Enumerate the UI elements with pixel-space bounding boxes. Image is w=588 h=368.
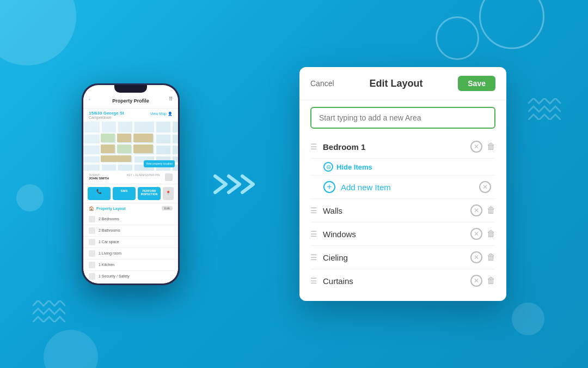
phone-notch <box>114 85 147 93</box>
deco-circle-6 <box>16 184 44 212</box>
list-item: 1 Kitchen <box>83 260 178 271</box>
list-item-text: 2 Bathrooms <box>99 228 120 232</box>
deco-circle-1 <box>0 0 76 65</box>
item-name: Windows <box>323 230 470 239</box>
bedroom-1-row: ☰ Bedroom 1 ✕ 🗑 <box>310 135 495 159</box>
remove-windows-button[interactable]: ✕ <box>470 228 482 240</box>
edit-badge[interactable]: Edit <box>162 206 173 210</box>
key-label: KEY + ALARM ENTER PIN <box>127 173 165 177</box>
inspect-button[interactable]: PERFORM INSPECTION <box>138 187 161 200</box>
list-item-text: 1 Security / Safety <box>99 274 130 278</box>
phone-actions: 📞 SMS PERFORM INSPECTION 📍 <box>83 184 178 203</box>
remove-bedroom-button[interactable]: ✕ <box>470 141 482 153</box>
items-list: ☰ Walls ✕ 🗑 ☰ Windows ✕ 🗑 ☰ Cieling ✕ 🗑 <box>310 199 495 292</box>
phone-suburb: Camperdown <box>89 116 124 119</box>
view-map-label[interactable]: View Map <box>150 112 167 116</box>
drag-handle-icon[interactable]: ☰ <box>310 253 317 262</box>
phone-back-button[interactable]: ‹ <box>89 97 90 102</box>
list-item: 1 Living room <box>83 248 178 260</box>
item-name: Cieling <box>323 253 470 262</box>
drag-handle-icon[interactable]: ☰ <box>310 276 317 285</box>
sms-button[interactable]: SMS <box>113 187 136 200</box>
remove-walls-button[interactable]: ✕ <box>470 204 482 216</box>
zigzag-right <box>528 98 561 122</box>
tenant-name: JOHN SMITH <box>89 177 127 180</box>
zigzag-left <box>33 300 65 324</box>
deco-circle-2 <box>479 0 544 49</box>
item-row-walls: ☰ Walls ✕ 🗑 <box>310 199 495 222</box>
phone-screen: ‹ Property Profile ⠿ 15/630 George St Ca… <box>83 85 178 283</box>
hide-items-icon: ⊖ <box>323 162 333 172</box>
list-item-text: 1 Car space <box>99 240 119 244</box>
call-button[interactable]: 📞 <box>88 187 111 200</box>
delete-cieling-icon[interactable]: 🗑 <box>487 252 495 262</box>
item-row-curtains: ☰ Curtains ✕ 🗑 <box>310 269 495 292</box>
list-item: 1 Garden <box>83 282 178 283</box>
phone-title: Property Profile <box>112 98 149 104</box>
hide-items-row[interactable]: ⊖ Hide Items <box>310 159 495 176</box>
remove-curtains-button[interactable]: ✕ <box>470 275 482 287</box>
list-item: 1 Car space <box>83 237 178 248</box>
bath-icon <box>89 227 95 234</box>
phone-tenant-section: TENANT: JOHN SMITH KEY + ALARM ENTER PIN <box>83 171 178 184</box>
list-item: 2 Bathrooms <box>83 225 178 237</box>
edit-layout-panel: Cancel Edit Layout Save ☰ Bedroom 1 ✕ 🗑 … <box>299 67 506 301</box>
item-name: Walls <box>323 206 470 215</box>
view-property-btn[interactable]: View property location <box>144 160 175 167</box>
delete-curtains-icon[interactable]: 🗑 <box>487 276 495 286</box>
item-row-cieling: ☰ Cieling ✕ 🗑 <box>310 246 495 269</box>
list-item-text: 2 Bedrooms <box>99 217 119 221</box>
panel-header: Cancel Edit Layout Save <box>299 67 506 100</box>
remove-add-item-button[interactable]: ✕ <box>479 181 491 193</box>
panel-title: Edit Layout <box>369 78 422 89</box>
layout-title-text: Property Layout <box>96 207 126 210</box>
hide-items-label: Hide Items <box>336 163 372 171</box>
deco-circle-4 <box>44 330 98 368</box>
item-name: Curtains <box>323 276 470 286</box>
add-item-label[interactable]: Add new Item <box>341 183 479 192</box>
panel-body: ☰ Bedroom 1 ✕ 🗑 ⊖ Hide Items + Add new I… <box>299 135 506 301</box>
kitchen-icon <box>89 262 95 268</box>
bed-icon <box>89 216 95 222</box>
delete-bedroom-icon[interactable]: 🗑 <box>487 142 495 152</box>
list-item-text: 1 Kitchen <box>99 263 114 267</box>
deco-circle-3 <box>436 16 479 60</box>
phone-address: 15/630 George St <box>89 111 124 116</box>
section-name: Bedroom 1 <box>323 142 470 152</box>
cancel-button[interactable]: Cancel <box>310 79 334 88</box>
list-item: 2 Bedrooms <box>83 214 178 225</box>
delete-walls-icon[interactable]: 🗑 <box>487 206 495 215</box>
list-item: 1 Security / Safety <box>83 271 178 282</box>
phone-mockup: ‹ Property Profile ⠿ 15/630 George St Ca… <box>82 83 180 285</box>
car-icon <box>89 239 95 245</box>
drag-handle-icon[interactable]: ☰ <box>310 230 317 238</box>
item-row-windows: ☰ Windows ✕ 🗑 <box>310 222 495 246</box>
sofa-icon <box>89 250 95 257</box>
add-item-row: + Add new Item ✕ <box>310 176 495 199</box>
arrow-container <box>212 168 267 201</box>
security-icon <box>89 273 95 280</box>
remove-cieling-button[interactable]: ✕ <box>470 251 482 263</box>
property-list: 2 Bedrooms 2 Bathrooms 1 Car space 1 Liv… <box>83 214 178 283</box>
phone-grid-icon[interactable]: ⠿ <box>169 96 173 102</box>
drag-handle-icon[interactable]: ☰ <box>310 206 317 215</box>
list-item-text: 1 Living room <box>99 251 121 255</box>
delete-windows-icon[interactable]: 🗑 <box>487 229 495 239</box>
new-area-input[interactable] <box>310 107 495 129</box>
drag-handle-icon[interactable]: ☰ <box>310 142 317 151</box>
main-content: ‹ Property Profile ⠿ 15/630 George St Ca… <box>82 67 506 301</box>
phone-layout-header: 🏠 Property Layout Edit <box>83 203 178 214</box>
add-item-icon[interactable]: + <box>323 181 335 193</box>
phone-map: View property location <box>83 122 178 171</box>
layout-title-row: 🏠 Property Layout <box>89 206 126 211</box>
save-button[interactable]: Save <box>458 76 495 91</box>
person-icon: 👤 <box>168 112 173 116</box>
forward-arrows <box>212 168 267 201</box>
deco-circle-5 <box>512 303 544 335</box>
